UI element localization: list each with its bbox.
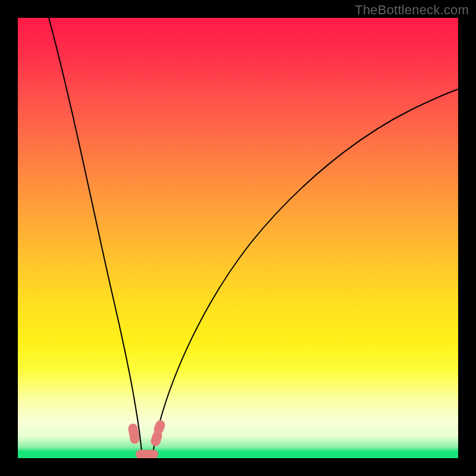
svg-rect-1	[136, 450, 158, 458]
marker-floor-blob	[136, 450, 158, 458]
curve-right	[152, 89, 458, 458]
curve-left	[49, 18, 142, 458]
curves-svg	[18, 18, 458, 458]
chart-frame: TheBottleneck.com	[0, 0, 476, 476]
watermark-text: TheBottleneck.com	[355, 2, 469, 18]
